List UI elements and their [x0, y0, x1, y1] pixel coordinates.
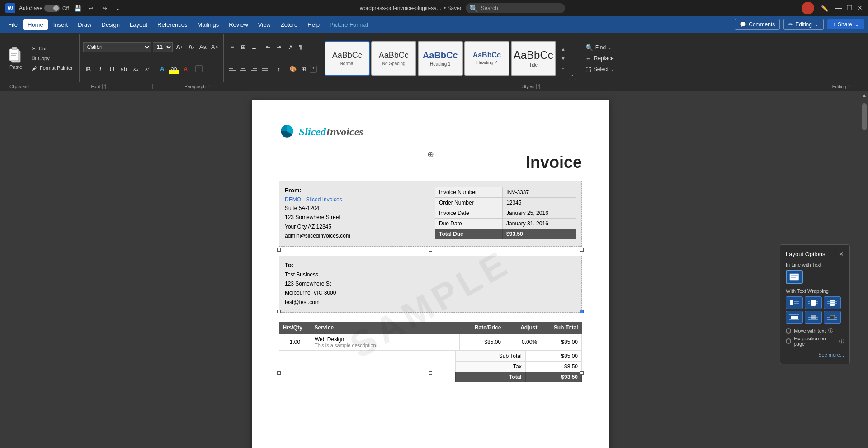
menu-item-review[interactable]: Review [224, 19, 253, 30]
replace-button[interactable]: ↔ Replace [584, 54, 616, 63]
menu-item-zotero[interactable]: Zotero [276, 19, 302, 30]
strikethrough-button[interactable]: ab [118, 63, 129, 74]
style-title[interactable]: AaBbCc Title [511, 41, 556, 76]
align-center-button[interactable] [238, 64, 248, 74]
menu-item-picture-format[interactable]: Picture Format [325, 19, 373, 30]
align-right-button[interactable] [249, 64, 259, 74]
customize-qat-button[interactable]: ⌄ [113, 3, 123, 13]
share-button[interactable]: ↑ Share ⌄ [827, 19, 864, 29]
style-heading2[interactable]: AaBbCc Heading 2 [464, 41, 509, 76]
styles-expand-icon2[interactable]: ⌝ [536, 84, 540, 89]
document-page[interactable]: Sample SlicedInvoices ⊕ Invoice [252, 100, 609, 448]
superscript-button[interactable]: x² [142, 63, 153, 74]
wrap-tight-button[interactable] [805, 296, 822, 309]
menu-item-insert[interactable]: Insert [49, 19, 73, 30]
editing-mode-button[interactable]: ✏ Editing ⌄ [783, 19, 824, 30]
handle-tl [277, 248, 281, 252]
font-expand-button[interactable]: ⌝ [195, 65, 203, 72]
style-normal[interactable]: AaBbCc Normal [325, 41, 370, 76]
wrap-behind-button[interactable] [805, 311, 822, 324]
bullets-button[interactable]: ≡ [227, 42, 237, 52]
restore-button[interactable]: ❐ [847, 5, 853, 12]
menu-item-home[interactable]: Home [23, 19, 48, 30]
search-bar[interactable]: 🔍 Search [466, 3, 565, 13]
highlight-button[interactable]: ab [169, 63, 179, 74]
autosave-toggle[interactable] [44, 5, 60, 12]
undo-button[interactable]: ↩ [86, 3, 96, 13]
styles-more-button[interactable]: ⌄ [560, 64, 567, 71]
rotate-handle[interactable]: ⊕ [427, 149, 434, 159]
paste-button[interactable]: Paste [5, 45, 27, 71]
scrollbar[interactable]: ▲ ▼ [861, 91, 868, 448]
format-painter-button[interactable]: 🖌 Format Painter [30, 64, 75, 72]
style-heading1[interactable]: AaBbCc Heading 1 [418, 41, 463, 76]
menu-item-layout[interactable]: Layout [125, 19, 152, 30]
subscript-button[interactable]: x₂ [130, 63, 141, 74]
change-case-button[interactable]: Aa [198, 42, 208, 52]
ribbon-icon[interactable]: ✏️ [820, 3, 830, 13]
menu-item-draw[interactable]: Draw [73, 19, 96, 30]
scroll-up-button[interactable]: ▲ [862, 92, 867, 99]
cut-button[interactable]: ✂ Cut [30, 44, 75, 53]
fix-position-info-icon[interactable]: ⓘ [839, 338, 844, 345]
font-grow-button[interactable]: A+ [175, 42, 184, 52]
find-button[interactable]: 🔍 Find ⌄ [584, 43, 616, 52]
underline-button[interactable]: U [107, 63, 118, 74]
wrap-top-bottom-button[interactable] [786, 311, 803, 324]
move-with-text-info-icon[interactable]: ⓘ [828, 327, 833, 334]
shading-button[interactable]: 🎨 [288, 64, 298, 74]
menu-item-references[interactable]: References [153, 19, 192, 30]
fix-position-radio[interactable] [786, 338, 791, 344]
sort-button[interactable]: ↕A [285, 42, 295, 52]
see-more-button[interactable]: See more... [818, 352, 844, 357]
menu-item-view[interactable]: View [254, 19, 275, 30]
menu-item-design[interactable]: Design [97, 19, 124, 30]
justify-button[interactable] [260, 64, 270, 74]
inline-text-button[interactable] [786, 270, 803, 284]
styles-expand-button[interactable]: ⌝ [569, 73, 576, 80]
close-button[interactable]: ✕ [857, 5, 863, 12]
decrease-indent-button[interactable]: ⇤ [263, 42, 273, 52]
minimize-button[interactable]: — [835, 5, 842, 12]
line-spacing-button[interactable]: ↕ [274, 64, 284, 74]
show-formatting-button[interactable]: ¶ [296, 42, 306, 52]
editing-expand-icon[interactable]: ⌝ [848, 84, 851, 89]
clipboard-expand-icon[interactable]: ⌝ [31, 84, 34, 89]
save-icon[interactable]: 💾 [73, 3, 83, 13]
comments-button[interactable]: 💬 Comments [735, 19, 780, 30]
layout-close-button[interactable]: ✕ [839, 250, 844, 257]
bold-button[interactable]: B [83, 63, 94, 74]
replace-icon: ↔ [585, 55, 592, 62]
multilevel-button[interactable]: ≣ [249, 42, 259, 52]
align-left-button[interactable] [227, 64, 237, 74]
copy-button[interactable]: ⧉ Copy [30, 54, 75, 63]
select-button[interactable]: ⬚ Select ⌄ [584, 65, 616, 74]
text-effects-button[interactable]: A [157, 63, 168, 74]
font-size-select[interactable]: 11 [153, 42, 173, 52]
move-with-text-radio[interactable] [786, 328, 791, 334]
numbering-button[interactable]: ⊞ [238, 42, 248, 52]
menu-item-file[interactable]: File [4, 19, 22, 30]
font-shrink-button[interactable]: A- [186, 42, 196, 52]
wrap-square-button[interactable] [786, 296, 803, 309]
italic-button[interactable]: I [95, 63, 106, 74]
font-name-select[interactable]: Calibri [83, 42, 151, 52]
paragraph-expand-button[interactable]: ⌝ [310, 66, 317, 73]
clear-formatting-button[interactable]: A✕ [210, 42, 220, 52]
font-color-button[interactable]: A [180, 63, 191, 74]
wrap-infront-button[interactable] [824, 311, 841, 324]
para-expand-icon[interactable]: ⌝ [208, 84, 211, 89]
redo-button[interactable]: ↪ [100, 3, 110, 13]
scrollbar-thumb[interactable] [862, 103, 867, 130]
menu-item-mailings[interactable]: Mailings [193, 19, 224, 30]
styles-scroll-down[interactable]: ▼ [560, 55, 567, 62]
font-expand-icon[interactable]: ⌝ [102, 84, 106, 89]
style-no-spacing[interactable]: AaBbCc No Spacing [371, 41, 416, 76]
borders-button[interactable]: ⊞ [299, 64, 309, 74]
styles-scroll-up[interactable]: ▲ [560, 46, 567, 53]
wrap-through-button[interactable] [824, 296, 841, 309]
styles-container: AaBbCc Normal AaBbCc No Spacing AaBbCc H… [325, 41, 556, 76]
company-name-link[interactable]: DEMO - Sliced Invoices [285, 196, 426, 203]
increase-indent-button[interactable]: ⇥ [274, 42, 284, 52]
menu-item-help[interactable]: Help [303, 19, 324, 30]
